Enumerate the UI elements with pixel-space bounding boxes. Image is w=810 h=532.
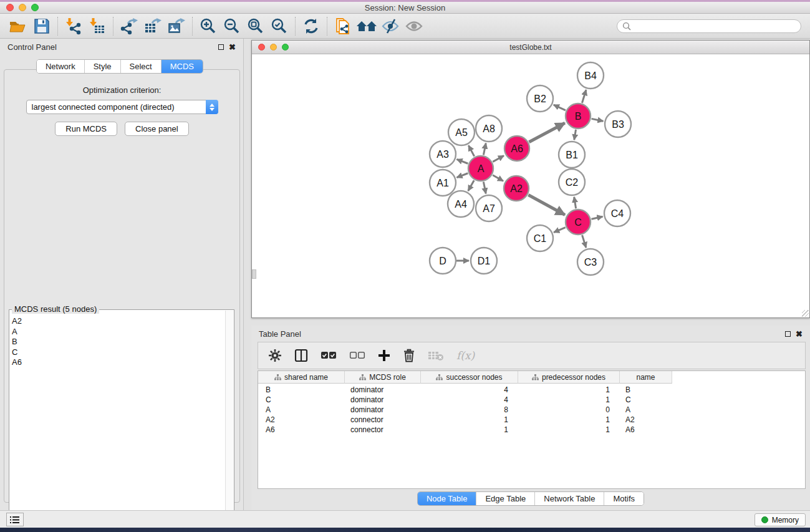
table-panel-header: Table Panel ✖ [251,326,810,342]
memory-label: Memory [772,516,799,525]
close-window-icon[interactable] [6,4,14,11]
delete-table-icon[interactable] [428,350,444,361]
attribute-type-icon [359,374,366,380]
column-header-MCDS-role[interactable]: MCDS role [345,371,421,384]
table-cell: 1 [518,425,620,435]
column-label: MCDS role [369,373,406,382]
edge-A-A5[interactable] [468,145,474,156]
save-session-icon[interactable] [30,16,54,36]
export-table-icon[interactable] [141,16,165,36]
resize-grip-icon[interactable] [802,310,809,317]
column-header-successor-nodes[interactable]: successor nodes [421,371,518,384]
edge-B-B3[interactable] [592,118,604,121]
edge-B-B2[interactable] [554,105,566,110]
edge-A-A4[interactable] [468,180,474,191]
hide-graphics-details-icon[interactable] [378,16,402,36]
network-window-titlebar[interactable]: testGlobe.txt [252,41,809,54]
optimization-criterion-label: Optimization criterion: [4,85,240,95]
table-row[interactable]: Adominator80A [258,405,805,415]
edge-C-C2[interactable] [574,197,576,209]
close-panel-button[interactable]: Close panel [125,122,189,136]
new-session-from-network-icon[interactable] [331,16,355,36]
table-row[interactable]: Bdominator41B [258,385,805,395]
node-label-B1: B1 [566,150,578,160]
column-header-shared-name[interactable]: shared name [258,371,345,384]
export-network-icon[interactable] [117,16,141,36]
edge-A2-C[interactable] [528,195,565,215]
mcds-result-list[interactable]: A2ABCA6 [12,316,225,518]
node-table[interactable]: shared nameMCDS rolesuccessor nodesprede… [258,370,806,489]
zoom-selected-icon[interactable] [268,16,291,36]
import-table-icon[interactable] [85,16,109,36]
result-list-item[interactable]: B [12,337,225,347]
table-body: Bdominator41BCdominator41CAdominator80AA… [258,384,805,435]
table-row[interactable]: A2connector11A2 [258,415,805,425]
tab-style[interactable]: Style [85,60,121,73]
search-field[interactable] [617,19,801,33]
select-all-icon[interactable] [321,351,337,360]
table-cell: connector [345,415,421,425]
edge-C-C3[interactable] [582,235,586,248]
result-list-item[interactable]: A2 [12,316,225,327]
network-canvas[interactable]: B4B2BB3A8A5A6A3B1AC2A1A2A4A7C4CC1DD1C3 [252,54,809,317]
task-history-button[interactable] [6,513,24,526]
column-header-name[interactable]: name [620,371,672,384]
home-icon[interactable] [355,16,378,36]
function-builder-icon[interactable]: f(x) [456,349,475,362]
export-image-icon[interactable] [165,16,188,36]
tab-network[interactable]: Network [37,60,85,73]
edge-A-A1[interactable] [456,173,468,178]
edge-A-A6[interactable] [493,156,504,162]
result-list-item[interactable]: A [12,327,225,337]
edge-C-C1[interactable] [554,228,566,233]
show-details-icon[interactable] [402,16,426,36]
minimize-window-icon[interactable] [19,4,26,11]
table-tab-node-table[interactable]: Node Table [418,492,477,505]
close-table-panel-icon[interactable]: ✖ [796,330,803,338]
edge-A-A3[interactable] [456,159,468,163]
window-titlebar[interactable]: Session: New Session [0,2,810,14]
tab-select[interactable]: Select [121,60,162,73]
tab-mcds[interactable]: MCDS [162,60,203,73]
run-mcds-button[interactable]: Run MCDS [55,122,117,136]
refresh-icon[interactable] [299,16,323,36]
network-vscroll-thumb[interactable] [252,269,256,279]
edge-B-B4[interactable] [582,90,586,103]
minimize-network-icon[interactable] [270,44,277,51]
table-tab-network-table[interactable]: Network Table [535,492,604,505]
zoom-in-icon[interactable] [196,16,220,36]
add-column-icon[interactable] [378,349,390,362]
edge-B-B1[interactable] [574,130,576,140]
memory-button[interactable]: Memory [755,513,806,526]
float-table-panel-icon[interactable] [785,331,791,337]
criterion-dropdown[interactable]: largest connected component (directed) [26,100,218,114]
deselect-all-icon[interactable] [349,351,365,360]
float-panel-icon[interactable] [218,44,224,50]
table-row[interactable]: Cdominator41C [258,395,805,405]
settings-gear-icon[interactable] [268,349,282,362]
result-list-item[interactable]: A6 [12,357,225,368]
delete-column-icon[interactable] [403,349,415,362]
edge-A6-B[interactable] [529,123,564,142]
edge-A-A2[interactable] [493,175,503,181]
zoom-network-icon[interactable] [282,44,289,51]
search-input[interactable] [631,22,796,31]
column-layout-icon[interactable] [294,349,308,362]
zoom-out-icon[interactable] [220,16,244,36]
close-network-icon[interactable] [258,44,265,51]
table-tab-motifs[interactable]: Motifs [604,492,644,505]
column-header-predecessor-nodes[interactable]: predecessor nodes [518,371,620,384]
table-cell: C [258,395,345,405]
edge-A-A8[interactable] [483,143,486,155]
result-list-item[interactable]: C [12,347,225,358]
table-row[interactable]: A6connector11A6 [258,425,805,435]
open-session-icon[interactable] [6,16,30,36]
edge-C-C4[interactable] [591,216,602,219]
edge-A-A7[interactable] [483,182,486,194]
result-scrollbar[interactable] [225,311,233,519]
zoom-fit-icon[interactable] [244,16,268,36]
table-tab-edge-table[interactable]: Edge Table [476,492,535,505]
zoom-window-icon[interactable] [31,4,39,11]
import-network-icon[interactable] [62,16,85,36]
close-panel-icon[interactable]: ✖ [229,43,236,51]
